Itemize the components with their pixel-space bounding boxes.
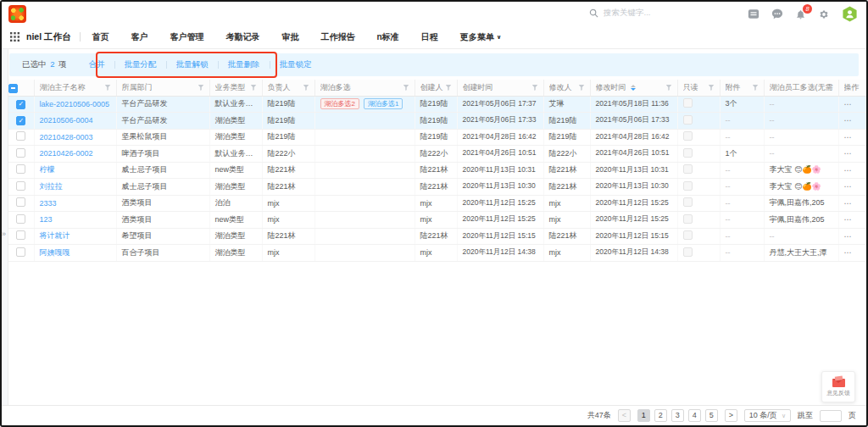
table-row: lake-20210506-0005平台产品研发默认业务类型陆219陆湖泊多选2… bbox=[8, 96, 868, 113]
batch-action-批量删除[interactable]: 批量删除 bbox=[228, 59, 260, 70]
workspace-title[interactable]: niel 工作台 bbox=[26, 31, 71, 43]
record-link[interactable]: 阿姨嘎嘎 bbox=[40, 248, 70, 257]
record-link[interactable]: 柠檬 bbox=[40, 165, 55, 174]
readonly-checkbox[interactable] bbox=[683, 98, 693, 108]
nav-item-工作报告[interactable]: 工作报告 bbox=[321, 31, 355, 43]
prev-page-button[interactable]: < bbox=[618, 409, 631, 422]
row-actions-button[interactable]: ⋯ bbox=[844, 182, 853, 191]
page-button-1[interactable]: 1 bbox=[637, 409, 650, 422]
row-checkbox[interactable] bbox=[16, 164, 25, 174]
row-actions-button[interactable]: ⋯ bbox=[844, 166, 853, 175]
row-checkbox[interactable] bbox=[16, 181, 25, 191]
batch-action-批量锁定[interactable]: 批量锁定 bbox=[280, 59, 312, 70]
avatar[interactable] bbox=[842, 6, 858, 22]
readonly-checkbox[interactable] bbox=[683, 148, 693, 158]
filter-icon[interactable] bbox=[579, 85, 585, 91]
nav-item-考勤记录[interactable]: 考勤记录 bbox=[226, 31, 260, 43]
nav-item-客户[interactable]: 客户 bbox=[131, 31, 148, 43]
row-actions-button[interactable]: ⋯ bbox=[844, 149, 853, 158]
merge-action-link[interactable]: 合并 bbox=[89, 59, 105, 70]
readonly-checkbox[interactable] bbox=[683, 115, 693, 125]
record-link[interactable]: 2333 bbox=[40, 199, 57, 208]
feedback-label: 意见反馈 bbox=[826, 389, 850, 396]
apps-grid-icon[interactable] bbox=[10, 32, 19, 42]
row-actions-button[interactable]: ⋯ bbox=[844, 232, 853, 241]
readonly-checkbox[interactable] bbox=[683, 197, 693, 207]
filter-icon[interactable] bbox=[198, 85, 204, 91]
nav-item-日程[interactable]: 日程 bbox=[421, 31, 438, 43]
row-actions-button[interactable]: ⋯ bbox=[844, 248, 853, 257]
row-actions-button[interactable]: ⋯ bbox=[844, 100, 853, 108]
page-button-5[interactable]: 5 bbox=[705, 409, 718, 422]
page-button-2[interactable]: 2 bbox=[654, 409, 667, 422]
notebook-icon[interactable] bbox=[748, 8, 760, 19]
cell-modifier: mjx bbox=[543, 245, 590, 262]
row-actions-button[interactable]: ⋯ bbox=[844, 215, 853, 224]
table-row: 柠檬威士忌子项目new类型陆221林陆221林2020年11月13日 10:31… bbox=[8, 162, 868, 179]
cell-created: 2021年04月28日 16:42 bbox=[457, 129, 543, 146]
gear-icon[interactable] bbox=[818, 8, 830, 20]
filter-icon[interactable] bbox=[709, 85, 715, 91]
record-link[interactable]: 123 bbox=[40, 215, 53, 224]
row-checkbox[interactable] bbox=[16, 116, 25, 125]
select-all-checkbox[interactable] bbox=[8, 84, 18, 93]
page-button-4[interactable]: 4 bbox=[688, 409, 701, 422]
row-checkbox[interactable] bbox=[16, 100, 25, 109]
cell-modifier: 陆221林 bbox=[543, 179, 590, 196]
filter-icon[interactable] bbox=[753, 85, 759, 91]
chat-icon[interactable] bbox=[771, 8, 783, 19]
row-select-cell bbox=[8, 129, 34, 146]
row-actions-button[interactable]: ⋯ bbox=[844, 199, 853, 208]
jump-page-input[interactable] bbox=[820, 410, 842, 422]
cell-staff: 丹慧,大王大王,潭 bbox=[764, 245, 838, 262]
readonly-checkbox[interactable] bbox=[683, 230, 693, 240]
row-checkbox[interactable] bbox=[16, 214, 25, 224]
page-button-3[interactable]: 3 bbox=[671, 409, 684, 422]
readonly-checkbox[interactable] bbox=[683, 214, 693, 224]
record-link[interactable]: 将计就计 bbox=[40, 231, 70, 240]
cell-attach: -- bbox=[720, 195, 764, 212]
page-size-select[interactable]: 10 条/页 ∨ bbox=[744, 409, 791, 422]
sort-asc-icon bbox=[631, 85, 636, 87]
sort-icon[interactable] bbox=[631, 85, 636, 91]
record-link[interactable]: 20210426-0002 bbox=[40, 149, 93, 158]
filter-icon[interactable] bbox=[403, 85, 409, 91]
readonly-checkbox[interactable] bbox=[683, 164, 693, 174]
next-page-button[interactable]: > bbox=[725, 409, 737, 422]
record-link[interactable]: 刘拉拉 bbox=[40, 182, 63, 191]
expand-panel-handle[interactable]: » bbox=[2, 230, 6, 238]
row-checkbox[interactable] bbox=[16, 197, 25, 207]
filter-icon[interactable] bbox=[532, 85, 538, 91]
filter-icon[interactable] bbox=[666, 85, 672, 91]
readonly-checkbox[interactable] bbox=[683, 247, 693, 257]
filter-icon[interactable] bbox=[105, 85, 111, 91]
app-logo-icon[interactable] bbox=[8, 5, 26, 23]
nav-item-客户管理[interactable]: 客户管理 bbox=[170, 31, 204, 43]
filter-icon[interactable] bbox=[303, 85, 309, 91]
global-search-input[interactable]: 搜索关键字... bbox=[589, 8, 650, 19]
more-menu[interactable]: 更多菜单 ∨ bbox=[460, 31, 502, 43]
feedback-widget[interactable]: 意见反馈 bbox=[821, 371, 855, 402]
row-actions-button[interactable]: ⋯ bbox=[844, 133, 853, 141]
filter-icon[interactable] bbox=[446, 85, 452, 91]
cell-modified: 2021年04月26日 10:51 bbox=[590, 146, 677, 163]
nav-item-审批[interactable]: 审批 bbox=[282, 31, 299, 43]
row-checkbox[interactable] bbox=[16, 247, 25, 257]
selected-count-text: 已选中 2 项 bbox=[22, 59, 67, 70]
nav-item-n标准[interactable]: n标准 bbox=[377, 31, 399, 43]
nav-item-首页[interactable]: 首页 bbox=[92, 31, 109, 43]
readonly-checkbox[interactable] bbox=[683, 181, 693, 191]
record-link[interactable]: lake-20210506-0005 bbox=[40, 100, 110, 108]
readonly-checkbox[interactable] bbox=[683, 131, 693, 141]
bell-icon[interactable]: 8 bbox=[795, 8, 806, 20]
batch-action-批量分配[interactable]: 批量分配 bbox=[125, 59, 157, 70]
row-checkbox[interactable] bbox=[16, 148, 25, 158]
table-row: 阿姨嘎嘎百合子项目湖泊类型mjxmjx2020年11月12日 14:38mjx2… bbox=[8, 245, 868, 262]
filter-icon[interactable] bbox=[251, 85, 257, 91]
row-actions-button[interactable]: ⋯ bbox=[844, 116, 853, 125]
row-checkbox[interactable] bbox=[16, 230, 25, 240]
batch-action-批量解锁[interactable]: 批量解锁 bbox=[176, 59, 209, 70]
row-checkbox[interactable] bbox=[16, 131, 25, 141]
record-link[interactable]: 20210428-0003 bbox=[40, 133, 93, 141]
record-link[interactable]: 20210506-0004 bbox=[40, 116, 93, 125]
